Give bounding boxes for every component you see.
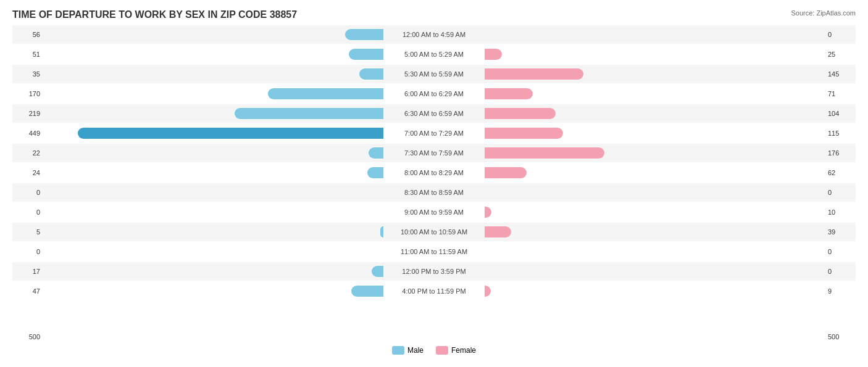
female-bar-container bbox=[483, 107, 825, 120]
female-bar-container bbox=[483, 186, 825, 199]
bars-area: 12:00 PM to 3:59 PM bbox=[43, 262, 825, 281]
chart-row: 219 6:30 AM to 6:59 AM 104 bbox=[12, 104, 856, 123]
male-bar bbox=[235, 108, 383, 119]
axis-right: 500 bbox=[825, 333, 856, 340]
bars-area: 8:00 AM to 8:29 AM bbox=[43, 163, 825, 182]
legend-male: Male bbox=[392, 346, 424, 355]
chart-row: 35 5:30 AM to 5:59 AM 145 bbox=[12, 65, 856, 83]
right-value: 71 bbox=[825, 90, 856, 97]
time-label: 5:00 AM to 5:29 AM bbox=[385, 51, 483, 58]
male-label: Male bbox=[407, 346, 424, 355]
male-bar-container bbox=[43, 107, 385, 120]
time-label: 8:30 AM to 8:59 AM bbox=[385, 189, 483, 196]
female-bar-container bbox=[483, 245, 825, 258]
time-label: 12:00 PM to 3:59 PM bbox=[385, 268, 483, 275]
female-bar-container bbox=[483, 146, 825, 160]
right-value: 104 bbox=[825, 110, 856, 117]
female-bar-container bbox=[483, 87, 825, 101]
female-bar bbox=[485, 226, 511, 237]
bars-area: 6:00 AM to 6:29 AM bbox=[43, 85, 825, 103]
chart-row: 5 10:00 AM to 10:59 AM 39 bbox=[12, 223, 856, 241]
female-bar bbox=[485, 286, 491, 297]
female-bar-container bbox=[483, 225, 825, 239]
male-bar-container bbox=[43, 166, 385, 179]
male-bar-container bbox=[43, 87, 385, 101]
time-label: 7:00 AM to 7:29 AM bbox=[385, 130, 483, 137]
legend: Male Female bbox=[12, 346, 856, 355]
left-value: 51 bbox=[12, 51, 43, 58]
left-value: 22 bbox=[12, 149, 43, 157]
right-value: 62 bbox=[825, 169, 856, 176]
bars-area: 12:00 AM to 4:59 AM bbox=[43, 25, 825, 44]
male-bar bbox=[367, 167, 383, 178]
chart-row: 0 9:00 AM to 9:59 AM 10 bbox=[12, 203, 856, 221]
time-label: 5:30 AM to 5:59 AM bbox=[385, 70, 483, 78]
right-value: 10 bbox=[825, 208, 856, 216]
time-label: 6:30 AM to 6:59 AM bbox=[385, 110, 483, 117]
bars-area: 7:30 AM to 7:59 AM bbox=[43, 144, 825, 162]
time-label: 8:00 AM to 8:29 AM bbox=[385, 169, 483, 176]
chart-title: TIME OF DEPARTURE TO WORK BY SEX IN ZIP … bbox=[12, 9, 856, 20]
male-bar bbox=[345, 29, 383, 40]
left-value: 449 bbox=[12, 130, 43, 137]
left-value: 0 bbox=[12, 208, 43, 216]
legend-female: Female bbox=[436, 346, 476, 355]
female-bar bbox=[485, 68, 583, 80]
female-legend-box bbox=[436, 346, 448, 355]
chart-row: 449 7:00 AM to 7:29 AM 115 bbox=[12, 124, 856, 142]
male-bar bbox=[369, 147, 383, 159]
male-bar-container bbox=[43, 284, 385, 298]
time-label: 9:00 AM to 9:59 AM bbox=[385, 208, 483, 216]
right-value: 176 bbox=[825, 149, 856, 157]
male-bar-container bbox=[43, 126, 385, 140]
male-bar bbox=[359, 68, 383, 80]
chart-row: 56 12:00 AM to 4:59 AM 0 bbox=[12, 25, 856, 44]
right-value: 25 bbox=[825, 51, 856, 58]
bars-area: 10:00 AM to 10:59 AM bbox=[43, 223, 825, 241]
female-bar bbox=[485, 147, 604, 159]
chart-row: 170 6:00 AM to 6:29 AM 71 bbox=[12, 85, 856, 103]
male-bar-container bbox=[43, 245, 385, 258]
axis-left: 500 bbox=[12, 333, 43, 340]
bars-area: 11:00 AM to 11:59 AM bbox=[43, 242, 825, 261]
chart-area: 56 12:00 AM to 4:59 AM 0 51 5:00 AM to 5… bbox=[12, 25, 856, 328]
right-value: 0 bbox=[825, 248, 856, 255]
male-bar-container bbox=[43, 225, 385, 239]
female-bar bbox=[485, 167, 527, 178]
left-value: 170 bbox=[12, 90, 43, 97]
female-bar-container bbox=[483, 265, 825, 278]
male-bar bbox=[78, 128, 383, 139]
male-bar bbox=[349, 49, 383, 60]
axis-row: 500 500 bbox=[12, 331, 856, 343]
right-value: 39 bbox=[825, 228, 856, 236]
female-bar-container bbox=[483, 205, 825, 219]
female-bar-container bbox=[483, 28, 825, 41]
male-bar-container bbox=[43, 47, 385, 61]
female-bar-container bbox=[483, 284, 825, 298]
bars-area: 9:00 AM to 9:59 AM bbox=[43, 203, 825, 221]
female-bar-container bbox=[483, 67, 825, 81]
male-bar bbox=[351, 286, 383, 297]
male-bar-container bbox=[43, 146, 385, 160]
chart-row: 0 11:00 AM to 11:59 AM 0 bbox=[12, 242, 856, 261]
right-value: 9 bbox=[825, 287, 856, 295]
right-value: 145 bbox=[825, 70, 856, 78]
time-label: 11:00 AM to 11:59 AM bbox=[385, 248, 483, 255]
bars-area: 8:30 AM to 8:59 AM bbox=[43, 183, 825, 202]
male-bar-container bbox=[43, 265, 385, 278]
female-bar-container bbox=[483, 126, 825, 140]
male-legend-box bbox=[392, 346, 404, 355]
left-value: 5 bbox=[12, 228, 43, 236]
chart-row: 47 4:00 PM to 11:59 PM 9 bbox=[12, 282, 856, 300]
bars-area: 4:00 PM to 11:59 PM bbox=[43, 282, 825, 300]
female-bar bbox=[485, 108, 556, 119]
male-bar-container bbox=[43, 28, 385, 41]
female-bar-container bbox=[483, 166, 825, 179]
left-value: 0 bbox=[12, 189, 43, 196]
left-value: 0 bbox=[12, 248, 43, 255]
male-bar-container bbox=[43, 67, 385, 81]
chart-row: 0 8:30 AM to 8:59 AM 0 bbox=[12, 183, 856, 202]
chart-container: TIME OF DEPARTURE TO WORK BY SEX IN ZIP … bbox=[0, 0, 868, 367]
chart-row: 22 7:30 AM to 7:59 AM 176 bbox=[12, 144, 856, 162]
female-label: Female bbox=[451, 346, 476, 355]
